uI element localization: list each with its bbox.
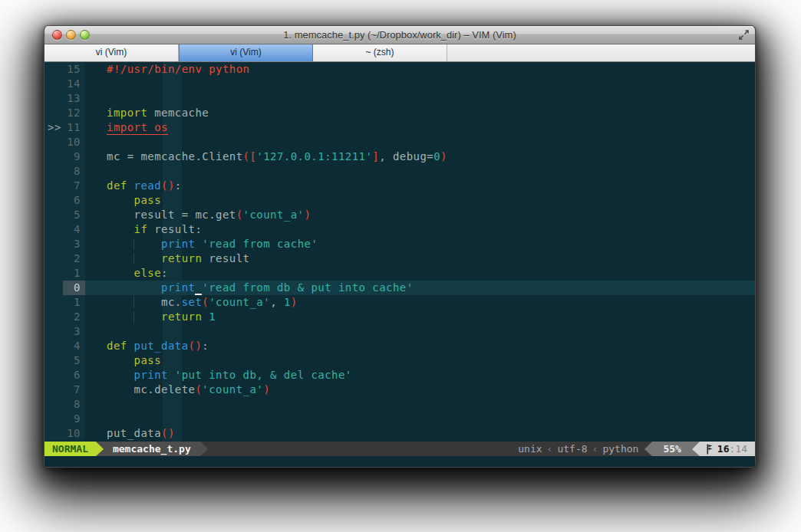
line-number: 13 [63, 91, 85, 106]
code-line: pass [85, 193, 755, 208]
code-row[interactable]: 3 [44, 324, 755, 339]
line-number: 0 [63, 281, 85, 295]
tab-0-vi-vim[interactable]: vi (Vim) [44, 44, 179, 61]
line-number: 1 [63, 295, 85, 310]
code-line: def read(): [85, 179, 755, 193]
terminal-window: 1. memcache_t.py (~/Dropbox/work_dir) – … [44, 25, 756, 468]
code-line: #!/usr/bin/env python [85, 62, 755, 77]
sign-column [44, 310, 63, 324]
sign-column [44, 412, 63, 426]
line-number: 11 [63, 120, 85, 135]
line-number: 7 [63, 179, 85, 193]
code-row[interactable]: 2 return result [44, 251, 755, 266]
window-titlebar[interactable]: 1. memcache_t.py (~/Dropbox/work_dir) – … [44, 26, 755, 44]
tab-bar: vi (Vim)vi (Vim)~ (zsh) [44, 44, 755, 62]
tab-bar-empty-area [447, 44, 755, 61]
buffer-rows: 15#!/usr/bin/env python141312import memc… [44, 62, 755, 441]
line-number: 3 [63, 237, 85, 251]
line-number: 4 [63, 339, 85, 353]
sign-column [44, 383, 63, 397]
desktop: 1. memcache_t.py (~/Dropbox/work_dir) – … [0, 0, 801, 532]
sign-column [44, 208, 63, 222]
code-row[interactable]: 6 print 'put into db, & del cache' [44, 368, 755, 383]
sign-column [44, 339, 63, 353]
code-row[interactable]: 15#!/usr/bin/env python [44, 62, 755, 77]
code-row[interactable]: 8 [44, 164, 755, 179]
code-row[interactable]: 9 [44, 412, 755, 426]
line-number: 5 [63, 208, 85, 222]
code-line: if result: [85, 222, 755, 237]
vim-command-line [44, 456, 755, 468]
code-line: return result [85, 251, 755, 266]
code-row[interactable]: 7 mc.delete('count_a') [44, 383, 755, 397]
sign-column [44, 77, 63, 91]
code-row[interactable]: 2 return 1 [44, 310, 755, 324]
code-row[interactable]: 7def read(): [44, 179, 755, 193]
line-number: 5 [63, 353, 85, 368]
code-row[interactable]: 8 [44, 397, 755, 412]
line-number: 6 [63, 193, 85, 208]
sign-column [44, 149, 63, 164]
sign-column [44, 179, 63, 193]
sign-column [44, 266, 63, 281]
code-row[interactable]: 4 if result: [44, 222, 755, 237]
mode-indicator: NORMAL [44, 442, 96, 456]
code-row[interactable]: >>11import os [44, 120, 755, 135]
sign-column [44, 106, 63, 120]
status-item: python [602, 443, 638, 455]
scroll-percent: 55% [652, 442, 691, 456]
code-row[interactable]: 1 else: [44, 266, 755, 281]
line-number: 2 [63, 251, 85, 266]
status-right-text: unix‹utf-8‹python [512, 442, 644, 456]
indent-guide [134, 238, 134, 250]
code-row[interactable]: 13 [44, 91, 755, 106]
window-title: 1. memcache_t.py (~/Dropbox/work_dir) – … [44, 26, 755, 44]
tab-2-zsh[interactable]: ~ (zsh) [313, 44, 447, 61]
line-number: 4 [63, 222, 85, 237]
powerline-separator [200, 442, 208, 456]
code-line: result = mc.get('count_a') [85, 208, 755, 222]
clock-minutes: :14 [730, 443, 747, 455]
sign-column [44, 281, 63, 295]
code-line [85, 77, 755, 91]
code-row[interactable]: 3 print 'read from cache' [44, 237, 755, 251]
status-item: utf-8 [557, 443, 587, 455]
code-line: print 'read from db & put into cache' [85, 281, 755, 295]
code-line: import os [85, 120, 755, 135]
sign-column [44, 135, 63, 149]
code-line: put_data() [85, 426, 755, 441]
code-row[interactable]: 9mc = memcache.Client(['127.0.0.1:11211'… [44, 149, 755, 164]
fullscreen-icon[interactable] [738, 29, 750, 41]
code-line: mc.delete('count_a') [85, 383, 755, 397]
sign-column [44, 368, 63, 383]
code-line [85, 324, 755, 339]
code-row[interactable]: 14 [44, 77, 755, 91]
sign-column [44, 353, 63, 368]
code-row[interactable]: 10put_data() [44, 426, 755, 441]
code-line: print 'read from cache' [85, 237, 755, 251]
code-line: mc.set('count_a', 1) [85, 295, 755, 310]
tab-1-vi-vim[interactable]: vi (Vim) [179, 44, 313, 61]
sign-column [44, 397, 63, 412]
powerline-separator [96, 442, 104, 456]
code-line: def put_data(): [85, 339, 755, 353]
code-row[interactable]: 6 pass [44, 193, 755, 208]
code-row[interactable]: 5 result = mc.get('count_a') [44, 208, 755, 222]
line-number: 12 [63, 106, 85, 120]
code-row[interactable]: 12import memcache [44, 106, 755, 120]
code-line: else: [85, 266, 755, 281]
code-row[interactable]: 5 pass [44, 353, 755, 368]
code-row[interactable]: 4def put_data(): [44, 339, 755, 353]
line-number: 7 [63, 383, 85, 397]
code-row[interactable]: 1 mc.set('count_a', 1) [44, 295, 755, 310]
code-line: mc = memcache.Client(['127.0.0.1:11211']… [85, 149, 755, 164]
code-row[interactable]: 10 [44, 135, 755, 149]
powerline-separator [692, 442, 700, 456]
code-line [85, 412, 755, 426]
chevron-separator-icon: ‹ [588, 443, 603, 455]
code-line [85, 135, 755, 149]
editor-buffer: 15#!/usr/bin/env python141312import memc… [44, 62, 755, 442]
code-row[interactable]: 0 print 'read from db & put into cache' [44, 281, 755, 295]
line-number: 14 [63, 77, 85, 91]
indent-guide [134, 297, 134, 308]
